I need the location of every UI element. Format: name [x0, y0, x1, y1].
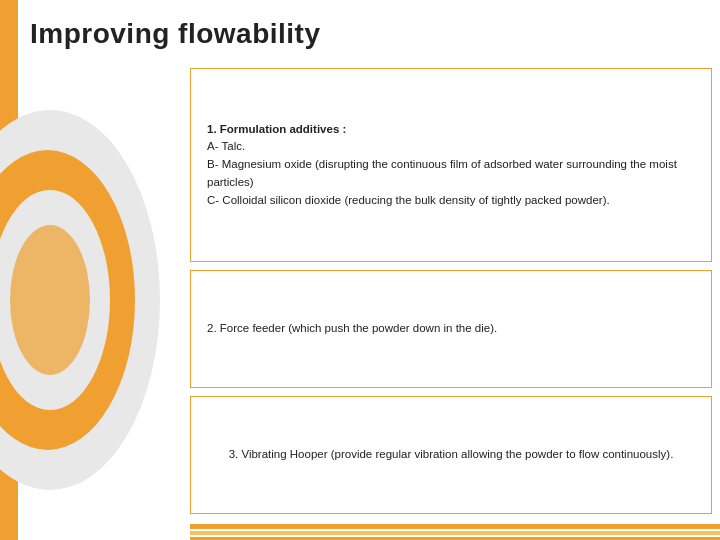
bottom-stripes: [190, 524, 720, 540]
panel-3-text: 3. Vibrating Hooper (provide regular vib…: [207, 446, 695, 464]
panel-3-content: 3. Vibrating Hooper (provide regular vib…: [229, 448, 674, 460]
title-bar: Improving flowability: [0, 0, 720, 60]
panel-1: 1. Formulation additives : A- Talc. B- M…: [190, 68, 712, 262]
panels-area: 1. Formulation additives : A- Talc. B- M…: [190, 60, 720, 540]
slide-title: Improving flowability: [30, 18, 696, 50]
panel-2: 2. Force feeder (which push the powder d…: [190, 270, 712, 388]
panel-1-line2: A- Talc.: [207, 138, 695, 156]
panel-3: 3. Vibrating Hooper (provide regular vib…: [190, 396, 712, 514]
panel-1-line3: B- Magnesium oxide (disrupting the conti…: [207, 156, 695, 192]
arcs-decoration: [0, 60, 200, 540]
stripe-2: [190, 531, 720, 535]
panel-2-content: 2. Force feeder (which push the powder d…: [207, 322, 497, 334]
stripe-1: [190, 524, 720, 529]
panel-1-line4: C- Colloidal silicon dioxide (reducing t…: [207, 192, 695, 210]
content-area: 1. Formulation additives : A- Talc. B- M…: [0, 60, 720, 540]
panel-2-text: 2. Force feeder (which push the powder d…: [207, 320, 497, 338]
slide: Improving flowability 1. Formulation add…: [0, 0, 720, 540]
panel-1-line1: 1. Formulation additives :: [207, 121, 695, 139]
arc-center: [10, 225, 90, 375]
panel-1-text: 1. Formulation additives : A- Talc. B- M…: [207, 121, 695, 210]
